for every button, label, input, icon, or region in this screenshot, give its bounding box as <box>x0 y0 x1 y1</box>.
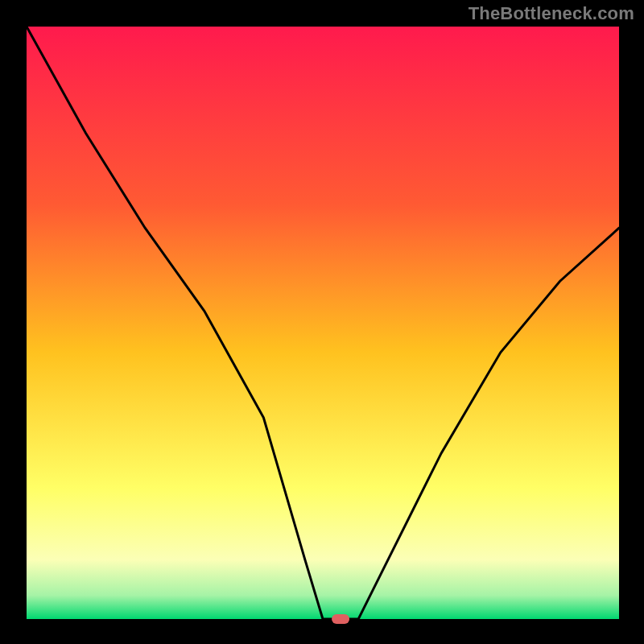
chart-svg <box>0 0 644 644</box>
chart-container: TheBottleneck.com <box>0 0 644 644</box>
watermark-text: TheBottleneck.com <box>469 3 634 24</box>
optimal-marker <box>332 614 349 624</box>
plot-area <box>27 27 619 619</box>
